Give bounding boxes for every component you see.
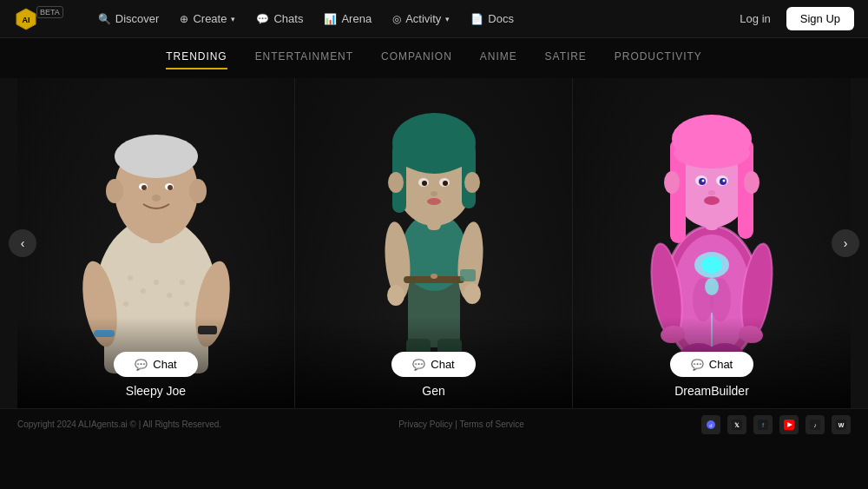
nav-arena[interactable]: 📊 Arena (315, 9, 380, 29)
activity-caret: ▾ (445, 15, 450, 23)
chat-label-1: Chat (153, 358, 176, 371)
nav-chats-label: Chats (273, 12, 303, 25)
chat-btn-gen[interactable]: 💬 Chat (391, 352, 475, 377)
card-bottom-1: 💬 Chat Sleepy Joe (17, 317, 294, 408)
carousel-prev[interactable]: ‹ (9, 229, 36, 257)
logo-icon: AI (14, 7, 38, 31)
cat-productivity[interactable]: Productivity (615, 50, 702, 69)
nav-create-label: Create (193, 12, 227, 25)
social-tiktok[interactable]: ♪ (806, 415, 825, 434)
chat-label-2: Chat (431, 358, 454, 371)
cat-anime[interactable]: Anime (480, 50, 517, 69)
svg-point-31 (387, 285, 404, 306)
char-name-1: Sleepy Joe (126, 384, 186, 398)
chat-label-3: Chat (709, 358, 733, 371)
char-name-3: DreamBuilder (674, 384, 749, 398)
login-button[interactable]: Log in (733, 9, 777, 29)
card-bottom-2: 💬 Chat Gen (295, 317, 572, 408)
svg-text:d: d (709, 423, 712, 428)
svg-point-45 (427, 198, 441, 205)
nav-links: 🔍 Discover ⊕ Create ▾ 💬 Chats 📊 Arena ◎ … (89, 9, 733, 29)
svg-point-10 (184, 301, 189, 307)
svg-point-78 (704, 196, 720, 205)
svg-point-75 (702, 180, 705, 182)
nav-arena-label: Arena (341, 12, 372, 25)
card-gen: 💬 Chat Gen (295, 78, 573, 408)
svg-point-15 (115, 135, 198, 178)
footer-socials: d 𝕏 f ♪ W (701, 415, 851, 434)
svg-point-42 (422, 181, 427, 186)
cards-container: 💬 Chat Sleepy Joe (0, 78, 868, 408)
category-bar: Trending Entertainment Companion Anime S… (0, 38, 868, 78)
cat-companion[interactable]: Companion (381, 50, 452, 69)
card-bottom-3: 💬 Chat DreamBuilder (573, 317, 851, 408)
svg-point-6 (154, 280, 159, 285)
svg-point-70 (674, 137, 750, 169)
svg-point-44 (431, 191, 437, 196)
nav-chats[interactable]: 💬 Chats (247, 9, 312, 29)
footer-terms[interactable]: Terms of Service (459, 420, 523, 429)
social-twitter[interactable]: 𝕏 (727, 415, 746, 434)
svg-point-19 (168, 185, 173, 190)
svg-point-20 (152, 195, 161, 202)
svg-point-55 (701, 256, 722, 274)
nav-actions: Log in Sign Up (733, 7, 854, 30)
nav-docs[interactable]: 📄 Docs (462, 9, 523, 29)
activity-icon: ◎ (392, 13, 401, 25)
svg-text:♪: ♪ (813, 422, 817, 428)
svg-text:AI: AI (23, 16, 30, 24)
svg-point-5 (141, 288, 146, 294)
nav-create[interactable]: ⊕ Create ▾ (171, 9, 244, 29)
svg-point-46 (388, 172, 404, 193)
card-dreambuilder: 💬 Chat DreamBuilder (573, 78, 851, 408)
svg-point-9 (123, 301, 128, 307)
svg-text:𝕏: 𝕏 (734, 422, 740, 428)
nav-activity[interactable]: ◎ Activity ▾ (384, 9, 458, 29)
svg-point-18 (141, 185, 147, 190)
chat-btn-sleepy-joe[interactable]: 💬 Chat (114, 352, 197, 377)
logo-area[interactable]: AI BETA (14, 7, 69, 31)
arena-icon: 📊 (324, 13, 337, 25)
cat-satire[interactable]: Satire (545, 50, 587, 69)
discover-icon: 🔍 (98, 13, 111, 25)
social-meta[interactable]: f (753, 415, 773, 434)
svg-point-47 (464, 172, 480, 193)
social-w[interactable]: W (832, 415, 851, 434)
svg-text:W: W (838, 422, 845, 428)
svg-point-32 (464, 283, 481, 304)
chat-icon-2: 💬 (412, 359, 425, 371)
footer-copyright: Copyright 2024 ALIAgents.ai © | All Righ… (17, 420, 221, 429)
svg-point-50 (431, 274, 437, 279)
docs-icon: 📄 (470, 13, 483, 25)
carousel-area: ‹ (0, 78, 868, 408)
footer-links: Privacy Policy | Terms of Service (398, 420, 524, 429)
navbar: AI BETA 🔍 Discover ⊕ Create ▾ 💬 Chats 📊 … (0, 0, 868, 38)
svg-point-76 (723, 180, 726, 182)
social-discord[interactable]: d (701, 415, 720, 434)
svg-point-39 (396, 137, 472, 172)
svg-point-21 (106, 179, 123, 203)
card-sleepy-joe: 💬 Chat Sleepy Joe (17, 78, 295, 408)
cat-trending[interactable]: Trending (166, 50, 227, 69)
cat-entertainment[interactable]: Entertainment (255, 50, 353, 69)
footer-privacy[interactable]: Privacy Policy (398, 420, 452, 429)
svg-point-80 (744, 171, 760, 194)
svg-point-22 (189, 179, 207, 203)
create-icon: ⊕ (180, 13, 188, 25)
svg-point-7 (167, 293, 172, 298)
svg-point-43 (443, 181, 448, 186)
nav-activity-label: Activity (405, 12, 441, 25)
chat-btn-dreambuilder[interactable]: 💬 Chat (670, 352, 753, 377)
footer: Copyright 2024 ALIAgents.ai © | All Righ… (0, 408, 868, 439)
nav-discover[interactable]: 🔍 Discover (89, 9, 168, 29)
nav-docs-label: Docs (488, 12, 514, 25)
carousel-next[interactable]: › (832, 229, 859, 257)
signup-button[interactable]: Sign Up (786, 7, 854, 30)
main-content: Trending Entertainment Companion Anime S… (0, 38, 868, 408)
create-caret: ▾ (231, 15, 235, 23)
svg-point-77 (708, 190, 715, 195)
svg-point-79 (664, 171, 680, 194)
beta-badge: BETA (36, 6, 63, 18)
svg-point-58 (705, 278, 719, 295)
social-youtube[interactable] (779, 415, 799, 434)
